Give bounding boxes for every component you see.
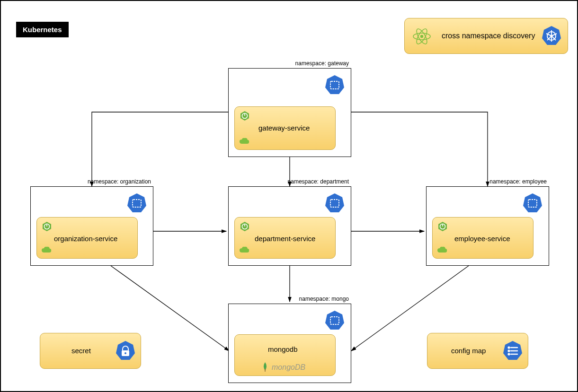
spring-boot-icon bbox=[240, 221, 250, 232]
namespace-label: namespace: organization bbox=[88, 178, 151, 185]
namespace-mongo: namespace: mongo mongodb mongoDB bbox=[228, 304, 351, 383]
service-label: organization-service bbox=[54, 235, 117, 243]
svg-point-42 bbox=[508, 350, 510, 352]
diagram-canvas: Kubernetes cross namespace discovery bbox=[0, 0, 578, 392]
namespace-heptagon-icon bbox=[324, 74, 345, 95]
spring-cloud-icon bbox=[239, 137, 250, 146]
svg-marker-28 bbox=[523, 193, 542, 212]
svg-marker-18 bbox=[127, 193, 146, 212]
mongodb-logo-text: mongoDB bbox=[272, 363, 305, 372]
svg-point-44 bbox=[508, 354, 510, 355]
mongodb-leaf-icon bbox=[261, 362, 269, 372]
namespace-heptagon-icon bbox=[522, 192, 543, 213]
configmap-heptagon-icon bbox=[502, 340, 523, 361]
service-label: employee-service bbox=[454, 235, 510, 243]
spring-cloud-icon bbox=[41, 246, 52, 254]
banner-title: cross namespace discovery bbox=[442, 32, 535, 40]
kubernetes-wheel-icon bbox=[541, 25, 562, 46]
configmap-box: config map bbox=[427, 333, 528, 369]
svg-marker-33 bbox=[325, 311, 344, 330]
secret-heptagon-icon bbox=[115, 340, 136, 361]
svg-marker-23 bbox=[325, 193, 344, 212]
service-employee: employee-service bbox=[432, 217, 534, 259]
namespace-label: namespace: department bbox=[288, 178, 349, 185]
namespace-heptagon-icon bbox=[324, 192, 345, 213]
namespace-label: namespace: mongo bbox=[299, 296, 349, 302]
namespace-label: namespace: gateway bbox=[295, 60, 349, 67]
secret-box: secret bbox=[40, 333, 141, 369]
namespace-heptagon-icon bbox=[324, 310, 345, 331]
svg-point-12 bbox=[551, 35, 553, 37]
namespace-gateway: namespace: gateway gateway-service bbox=[228, 68, 351, 157]
service-department: department-service bbox=[234, 217, 336, 259]
banner-cross-namespace-discovery: cross namespace discovery bbox=[404, 18, 568, 54]
namespace-employee: namespace: employee employee-service bbox=[426, 186, 549, 266]
service-organization: organization-service bbox=[36, 217, 138, 259]
svg-point-3 bbox=[420, 35, 423, 38]
spring-boot-icon bbox=[42, 221, 52, 232]
service-label: department-service bbox=[255, 235, 315, 243]
svg-marker-13 bbox=[325, 75, 344, 94]
atom-icon bbox=[411, 26, 432, 47]
service-label: gateway-service bbox=[258, 124, 310, 132]
spring-cloud-icon bbox=[436, 246, 448, 254]
namespace-heptagon-icon bbox=[126, 192, 147, 213]
service-gateway: gateway-service bbox=[234, 106, 336, 150]
kubernetes-badge: Kubernetes bbox=[16, 22, 69, 37]
service-mongodb: mongodb mongoDB bbox=[234, 334, 336, 376]
service-label: mongodb bbox=[268, 345, 298, 353]
svg-point-38 bbox=[124, 352, 126, 354]
svg-point-40 bbox=[508, 347, 510, 348]
namespace-department: namespace: department department-service bbox=[228, 186, 351, 266]
namespace-organization: namespace: organization organization-ser… bbox=[30, 186, 153, 266]
spring-boot-icon bbox=[240, 111, 250, 121]
secret-label: secret bbox=[71, 347, 91, 355]
namespace-label: namespace: employee bbox=[489, 178, 547, 185]
spring-boot-icon bbox=[437, 221, 448, 232]
configmap-label: config map bbox=[451, 347, 486, 355]
spring-cloud-icon bbox=[239, 246, 250, 254]
